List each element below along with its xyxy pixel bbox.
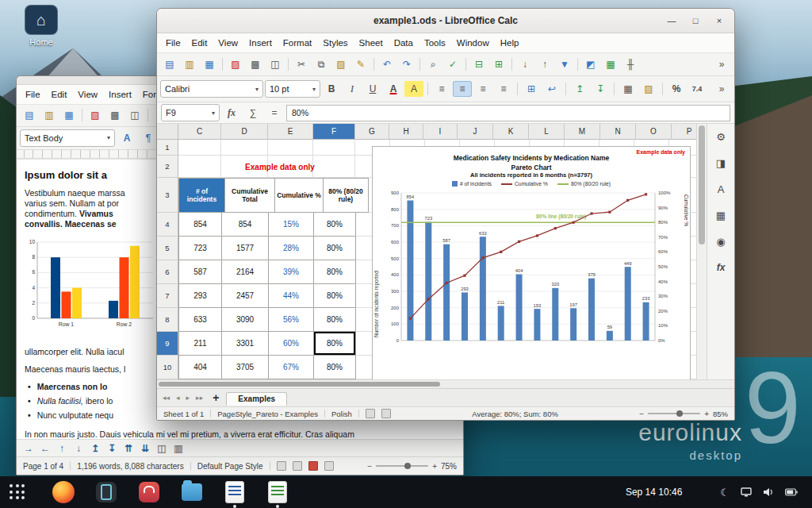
volume-icon[interactable] xyxy=(763,487,774,497)
writer-menu-view[interactable]: View xyxy=(72,88,103,101)
page-count[interactable]: Page 1 of 4 xyxy=(23,462,63,471)
column-header[interactable]: P xyxy=(672,124,696,140)
sheet-page-style[interactable]: PageStyle_Pareto - Examples xyxy=(217,410,318,418)
row-header[interactable]: 1 xyxy=(157,140,178,156)
navigator-icon[interactable]: ◉ xyxy=(711,232,730,251)
nav-arrow-up-icon[interactable]: ↑ xyxy=(55,441,69,456)
zoom-in-button[interactable]: + xyxy=(704,410,709,418)
row-header[interactable]: 3 xyxy=(157,178,178,213)
paste-icon[interactable]: ▧ xyxy=(331,56,350,72)
background-color-icon[interactable]: ▨ xyxy=(639,81,658,97)
zoom-out-button[interactable]: − xyxy=(639,410,644,418)
cell[interactable]: 80% xyxy=(314,284,356,308)
maximize-button[interactable]: □ xyxy=(687,12,704,29)
cell[interactable]: 404 xyxy=(178,356,222,379)
nav-arrow-left-icon[interactable]: ← xyxy=(38,441,52,456)
export-pdf-icon[interactable]: ▨ xyxy=(226,56,245,72)
print-icon[interactable]: ▩ xyxy=(246,56,265,72)
cell[interactable] xyxy=(221,140,268,156)
insert-chart-icon[interactable]: ◩ xyxy=(581,56,600,72)
home-folder-icon[interactable]: ⌂ xyxy=(25,5,58,35)
page-style[interactable]: Default Page Style xyxy=(197,462,263,471)
cell[interactable]: 80% xyxy=(314,260,356,284)
language-status[interactable]: Polish xyxy=(331,410,352,418)
new-document-icon[interactable]: ▤ xyxy=(160,56,179,72)
selection-mode-icon[interactable] xyxy=(366,409,375,418)
zoom-level[interactable]: 85% xyxy=(713,410,728,418)
sidebar-settings-icon[interactable]: ⚙ xyxy=(711,127,730,146)
cell[interactable]: 39% xyxy=(269,260,314,284)
spelling-icon[interactable]: ✓ xyxy=(443,56,462,72)
toolbar-overflow-icon[interactable]: » xyxy=(712,56,731,72)
table-header-cell[interactable]: Cumulative Total xyxy=(225,178,275,213)
table-header-cell[interactable]: 80% (80/20 rule) xyxy=(324,178,369,213)
menu-insert[interactable]: Insert xyxy=(243,37,278,49)
zoom-slider[interactable] xyxy=(648,413,700,414)
sheet-count[interactable]: Sheet 1 of 1 xyxy=(163,410,204,418)
cut-icon[interactable]: ✂ xyxy=(292,56,311,72)
nav-arrows-down-icon[interactable]: ⇊ xyxy=(138,441,152,456)
chevron-down-icon[interactable]: ▾ xyxy=(107,134,110,141)
cell[interactable]: 3705 xyxy=(222,356,269,379)
find-replace-icon[interactable]: ⌕ xyxy=(423,56,442,72)
column-header-active[interactable]: F xyxy=(313,124,355,140)
column-header[interactable]: D xyxy=(221,124,268,140)
cell[interactable]: 80% xyxy=(314,356,356,379)
row-header-active[interactable]: 9 xyxy=(157,332,178,356)
chevron-down-icon[interactable]: ▾ xyxy=(312,86,316,93)
row-header[interactable]: 6 xyxy=(157,260,178,284)
sort-descending-icon[interactable]: ↑ xyxy=(535,56,554,72)
italic-icon[interactable]: I xyxy=(343,81,362,97)
toolbar-overflow-icon[interactable]: » xyxy=(712,81,731,97)
clone-formatting-icon[interactable]: ✎ xyxy=(351,56,370,72)
menu-edit[interactable]: Edit xyxy=(186,37,213,49)
row-header[interactable]: 5 xyxy=(157,237,178,260)
view-multi-page-icon[interactable] xyxy=(293,461,302,471)
menu-format[interactable]: Format xyxy=(278,37,317,49)
cell[interactable] xyxy=(313,156,355,178)
menu-data[interactable]: Data xyxy=(389,37,419,49)
cell[interactable]: 633 xyxy=(178,308,222,332)
window-calc[interactable]: example1.ods - LibreOffice Calc — □ × Fi… xyxy=(156,8,735,421)
bold-icon[interactable]: B xyxy=(322,81,341,97)
font-color-icon[interactable]: A xyxy=(384,81,403,97)
nav-misc-icon[interactable]: ◫ xyxy=(155,441,169,456)
display-icon[interactable] xyxy=(741,487,752,497)
font-name-select[interactable]: Calibri ▾ xyxy=(160,80,263,98)
print-preview-icon[interactable]: ◫ xyxy=(266,56,285,72)
equals-icon[interactable]: = xyxy=(265,105,284,121)
menu-tools[interactable]: Tools xyxy=(419,37,451,49)
cell[interactable]: 15% xyxy=(269,213,314,237)
launcher-firefox[interactable] xyxy=(52,481,75,503)
launcher-writer[interactable] xyxy=(224,481,246,503)
character-styles-icon[interactable]: A xyxy=(117,130,136,146)
document-chart[interactable]: 0246810Row 1Row 2 xyxy=(23,236,159,342)
show-applications-icon[interactable] xyxy=(10,484,25,500)
column-header[interactable]: M xyxy=(565,124,600,140)
column-header[interactable]: E xyxy=(268,124,313,140)
freeze-panes-icon[interactable]: ╫ xyxy=(621,56,640,72)
styles-icon[interactable]: A xyxy=(711,179,730,198)
chevron-down-icon[interactable]: ▾ xyxy=(212,110,215,117)
sheet-tab-examples[interactable]: Examples xyxy=(226,392,287,406)
launcher-files[interactable] xyxy=(181,481,203,503)
properties-icon[interactable]: ◨ xyxy=(711,153,730,172)
zoom-level[interactable]: 75% xyxy=(441,462,457,471)
zoom-slider-thumb[interactable] xyxy=(676,410,683,417)
insert-image-icon[interactable]: ▦ xyxy=(601,56,620,72)
functions-icon[interactable]: fx xyxy=(711,258,730,277)
document-modified-icon[interactable] xyxy=(381,409,391,418)
gallery-icon[interactable]: ▦ xyxy=(711,206,730,225)
cell[interactable]: 2164 xyxy=(222,260,269,284)
cell[interactable]: 28% xyxy=(269,237,314,260)
night-light-icon[interactable]: ☾ xyxy=(720,487,730,498)
cell[interactable]: 44% xyxy=(269,284,314,308)
merge-cells-icon[interactable]: ⊞ xyxy=(522,81,541,97)
align-left-icon[interactable]: ≡ xyxy=(432,81,451,97)
save-icon[interactable]: ▦ xyxy=(200,56,219,72)
save-icon[interactable]: ▦ xyxy=(59,107,79,123)
launcher-phone[interactable] xyxy=(95,481,117,503)
horizontal-scrollbar-thumb[interactable] xyxy=(159,382,440,387)
column-header[interactable]: N xyxy=(600,124,636,140)
insert-row-icon[interactable]: ⊟ xyxy=(469,56,488,72)
